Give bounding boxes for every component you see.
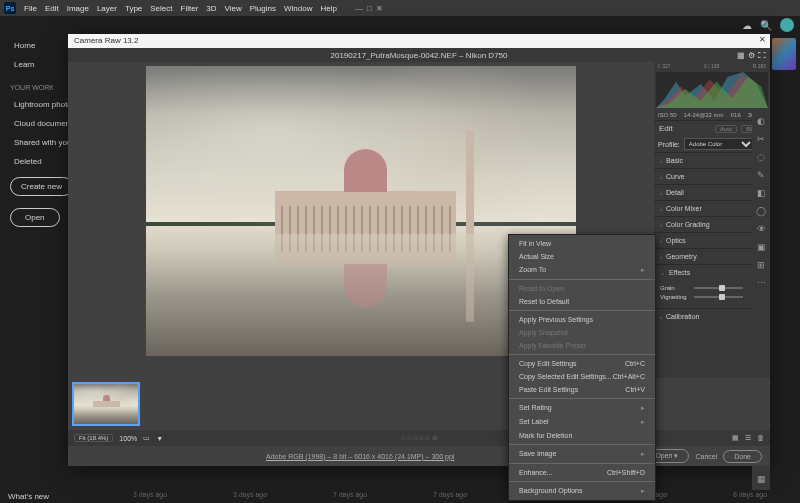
cloud-icon[interactable]: ☁	[742, 20, 752, 31]
context-menu-item[interactable]: Copy Edit SettingsCtrl+C	[509, 357, 655, 370]
grain-slider[interactable]	[694, 287, 743, 289]
context-menu-item: Apply Favorite Preset	[509, 339, 655, 352]
menu-3d[interactable]: 3D	[206, 4, 216, 13]
menu-layer[interactable]: Layer	[97, 4, 117, 13]
profile-label: Profile:	[658, 141, 680, 148]
heal-tool-icon[interactable]: ◌	[757, 152, 765, 162]
more-tool-icon[interactable]: ⋯	[757, 278, 766, 288]
context-menu-item[interactable]: Mark for Deletion	[509, 429, 655, 442]
toggle-view-icon[interactable]: ▦	[737, 51, 745, 60]
context-menu-item[interactable]: Zoom To▸	[509, 263, 655, 277]
timeline-label: 8 days ago	[700, 491, 800, 498]
header-right: ☁ 🔍	[742, 18, 794, 32]
context-menu-item: Apply Snapshot	[509, 326, 655, 339]
status-bar: Fit (18.4%) 100% ▭ ▼ ☆☆☆☆☆ ⊘ ▦ ☰ 🗑	[68, 430, 770, 446]
snapshot-tool-icon[interactable]: ▣	[757, 242, 766, 252]
context-menu-item[interactable]: Fit in View	[509, 237, 655, 250]
top-menu-bar: Ps File Edit Image Layer Type Select Fil…	[0, 0, 800, 16]
grid-toggle-icon[interactable]: ▦	[757, 474, 766, 484]
context-menu: Fit in ViewActual SizeZoom To▸Reset to O…	[508, 234, 656, 501]
menu-image[interactable]: Image	[67, 4, 89, 13]
menu-select[interactable]: Select	[150, 4, 172, 13]
done-button[interactable]: Done	[723, 450, 762, 463]
context-menu-item[interactable]: Reset to Default	[509, 295, 655, 308]
menu-window[interactable]: Window	[284, 4, 312, 13]
context-menu-item[interactable]: Set Rating▸	[509, 401, 655, 415]
redeye-tool-icon[interactable]: 👁	[757, 224, 766, 234]
dialog-title: Camera Raw 13.2	[74, 36, 138, 45]
context-menu-item[interactable]: Set Label▸	[509, 415, 655, 429]
menu-edit[interactable]: Edit	[45, 4, 59, 13]
context-menu-item[interactable]: Background Options▸	[509, 484, 655, 498]
search-icon[interactable]: 🔍	[760, 20, 772, 31]
window-maximize-icon[interactable]: □	[367, 4, 372, 13]
timeline-label: 3 days ago	[100, 491, 200, 498]
camera-raw-dialog: Camera Raw 13.2 ✕ 20190217_PutraMosque-0…	[68, 34, 770, 466]
filmstrip-thumb[interactable]	[72, 382, 140, 426]
whats-new-link[interactable]: What's new	[8, 492, 49, 501]
filmstrip	[68, 378, 770, 430]
timeline-label: 7 days ago	[400, 491, 500, 498]
open-button[interactable]: Open	[10, 208, 60, 227]
brush-tool-icon[interactable]: ✎	[757, 170, 765, 180]
edit-title: Edit	[659, 124, 673, 133]
dialog-filename: 20190217_PutraMosque-0042.NEF – Nikon D7…	[330, 51, 507, 60]
meta-iso: ISO 50	[658, 112, 677, 118]
context-menu-item[interactable]: Paste Edit SettingsCtrl+V	[509, 383, 655, 396]
compare-icon[interactable]: ▭	[143, 434, 150, 442]
dialog-close-icon[interactable]: ✕	[759, 35, 766, 44]
radial-tool-icon[interactable]: ◯	[756, 206, 766, 216]
menu-plugins[interactable]: Plugins	[250, 4, 276, 13]
context-menu-item: Reset to Open	[509, 282, 655, 295]
create-new-button[interactable]: Create new	[10, 177, 73, 196]
dialog-file-header: 20190217_PutraMosque-0042.NEF – Nikon D7…	[68, 48, 770, 62]
timeline-label: 7 days ago	[300, 491, 400, 498]
gear-icon[interactable]: ⚙	[748, 51, 755, 60]
crop-tool-icon[interactable]: ✂	[757, 134, 765, 144]
vignette-label: Vignetting	[660, 294, 690, 300]
context-menu-item[interactable]: Save Image▸	[509, 447, 655, 461]
cancel-button[interactable]: Cancel	[695, 453, 717, 460]
timeline-strip: 3 days ago 3 days ago 7 days ago 7 days …	[100, 485, 800, 503]
context-menu-item[interactable]: Copy Selected Edit Settings...Ctrl+Alt+C	[509, 370, 655, 383]
grain-label: Grain	[660, 285, 690, 291]
menu-view[interactable]: View	[225, 4, 242, 13]
context-menu-item[interactable]: Enhance...Ctrl+Shift+D	[509, 466, 655, 479]
trash-icon[interactable]: 🗑	[757, 434, 764, 442]
window-minimize-icon[interactable]: —	[355, 4, 363, 13]
footer-bar: Adobe RGB (1998) – 8 bit – 6016 x 4016 (…	[68, 446, 770, 466]
edit-tool-icon[interactable]: ◐	[757, 116, 765, 126]
profile-select[interactable]: Adobe Color	[684, 138, 755, 150]
histo-f: f: 327	[658, 63, 671, 69]
meta-lens: 14-24@22 mm	[684, 112, 724, 118]
menu-filter[interactable]: Filter	[181, 4, 199, 13]
timeline-label: 3 days ago	[200, 491, 300, 498]
filmstrip-toggle-icon[interactable]: ☰	[745, 434, 751, 442]
fullscreen-icon[interactable]: ⛶	[758, 51, 766, 60]
histogram[interactable]	[656, 72, 768, 108]
app-icon: Ps	[4, 2, 16, 14]
histo-loc: 0 | 138	[704, 63, 719, 69]
window-close-icon[interactable]: ✕	[376, 4, 383, 13]
auto-button[interactable]: Auto	[715, 125, 737, 133]
grid-view-icon[interactable]: ▦	[732, 434, 739, 442]
context-menu-item[interactable]: Actual Size	[509, 250, 655, 263]
gradient-tool-icon[interactable]: ◧	[757, 188, 766, 198]
fit-display[interactable]: Fit (18.4%)	[74, 434, 113, 442]
menu-file[interactable]: File	[24, 4, 37, 13]
rating-stars[interactable]: ☆☆☆☆☆ ⊘	[400, 434, 438, 442]
recent-thumbnail[interactable]	[772, 38, 796, 70]
vignette-slider[interactable]	[694, 296, 743, 298]
avatar[interactable]	[780, 18, 794, 32]
filter-icon[interactable]: ▼	[156, 435, 163, 442]
file-info-link[interactable]: Adobe RGB (1998) – 8 bit – 6016 x 4016 (…	[266, 453, 454, 460]
context-menu-item[interactable]: Apply Previous Settings	[509, 313, 655, 326]
presets-tool-icon[interactable]: ⊞	[757, 260, 765, 270]
menu-type[interactable]: Type	[125, 4, 142, 13]
dialog-title-bar: Camera Raw 13.2 ✕	[68, 34, 770, 48]
meta-aperture: f/16	[731, 112, 741, 118]
zoom-display[interactable]: 100%	[119, 435, 137, 442]
histo-r: R 283	[753, 63, 766, 69]
menu-help[interactable]: Help	[320, 4, 336, 13]
